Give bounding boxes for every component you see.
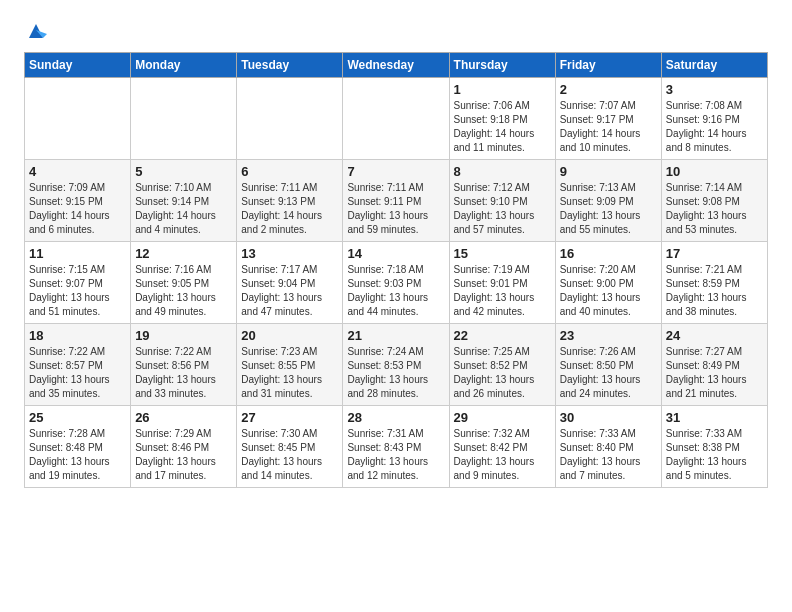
calendar-cell: 6Sunrise: 7:11 AM Sunset: 9:13 PM Daylig… xyxy=(237,160,343,242)
calendar-cell: 24Sunrise: 7:27 AM Sunset: 8:49 PM Dayli… xyxy=(661,324,767,406)
calendar-cell: 10Sunrise: 7:14 AM Sunset: 9:08 PM Dayli… xyxy=(661,160,767,242)
day-number: 8 xyxy=(454,164,551,179)
logo xyxy=(24,20,47,42)
weekday-header-thursday: Thursday xyxy=(449,53,555,78)
calendar-cell: 22Sunrise: 7:25 AM Sunset: 8:52 PM Dayli… xyxy=(449,324,555,406)
calendar-cell: 17Sunrise: 7:21 AM Sunset: 8:59 PM Dayli… xyxy=(661,242,767,324)
calendar-cell: 1Sunrise: 7:06 AM Sunset: 9:18 PM Daylig… xyxy=(449,78,555,160)
cell-content: Sunrise: 7:13 AM Sunset: 9:09 PM Dayligh… xyxy=(560,181,657,237)
day-number: 26 xyxy=(135,410,232,425)
day-number: 12 xyxy=(135,246,232,261)
day-number: 24 xyxy=(666,328,763,343)
cell-content: Sunrise: 7:07 AM Sunset: 9:17 PM Dayligh… xyxy=(560,99,657,155)
day-number: 28 xyxy=(347,410,444,425)
cell-content: Sunrise: 7:10 AM Sunset: 9:14 PM Dayligh… xyxy=(135,181,232,237)
calendar-cell: 7Sunrise: 7:11 AM Sunset: 9:11 PM Daylig… xyxy=(343,160,449,242)
day-number: 5 xyxy=(135,164,232,179)
cell-content: Sunrise: 7:12 AM Sunset: 9:10 PM Dayligh… xyxy=(454,181,551,237)
cell-content: Sunrise: 7:18 AM Sunset: 9:03 PM Dayligh… xyxy=(347,263,444,319)
day-number: 7 xyxy=(347,164,444,179)
day-number: 25 xyxy=(29,410,126,425)
calendar-cell: 11Sunrise: 7:15 AM Sunset: 9:07 PM Dayli… xyxy=(25,242,131,324)
day-number: 10 xyxy=(666,164,763,179)
cell-content: Sunrise: 7:11 AM Sunset: 9:11 PM Dayligh… xyxy=(347,181,444,237)
cell-content: Sunrise: 7:22 AM Sunset: 8:57 PM Dayligh… xyxy=(29,345,126,401)
cell-content: Sunrise: 7:26 AM Sunset: 8:50 PM Dayligh… xyxy=(560,345,657,401)
day-number: 18 xyxy=(29,328,126,343)
cell-content: Sunrise: 7:15 AM Sunset: 9:07 PM Dayligh… xyxy=(29,263,126,319)
cell-content: Sunrise: 7:19 AM Sunset: 9:01 PM Dayligh… xyxy=(454,263,551,319)
day-number: 17 xyxy=(666,246,763,261)
day-number: 4 xyxy=(29,164,126,179)
day-number: 1 xyxy=(454,82,551,97)
calendar-cell: 29Sunrise: 7:32 AM Sunset: 8:42 PM Dayli… xyxy=(449,406,555,488)
day-number: 19 xyxy=(135,328,232,343)
calendar-cell: 28Sunrise: 7:31 AM Sunset: 8:43 PM Dayli… xyxy=(343,406,449,488)
day-number: 30 xyxy=(560,410,657,425)
cell-content: Sunrise: 7:30 AM Sunset: 8:45 PM Dayligh… xyxy=(241,427,338,483)
cell-content: Sunrise: 7:24 AM Sunset: 8:53 PM Dayligh… xyxy=(347,345,444,401)
calendar-cell: 25Sunrise: 7:28 AM Sunset: 8:48 PM Dayli… xyxy=(25,406,131,488)
cell-content: Sunrise: 7:32 AM Sunset: 8:42 PM Dayligh… xyxy=(454,427,551,483)
calendar-cell: 3Sunrise: 7:08 AM Sunset: 9:16 PM Daylig… xyxy=(661,78,767,160)
day-number: 11 xyxy=(29,246,126,261)
cell-content: Sunrise: 7:17 AM Sunset: 9:04 PM Dayligh… xyxy=(241,263,338,319)
calendar-cell: 9Sunrise: 7:13 AM Sunset: 9:09 PM Daylig… xyxy=(555,160,661,242)
cell-content: Sunrise: 7:31 AM Sunset: 8:43 PM Dayligh… xyxy=(347,427,444,483)
calendar-cell: 27Sunrise: 7:30 AM Sunset: 8:45 PM Dayli… xyxy=(237,406,343,488)
cell-content: Sunrise: 7:16 AM Sunset: 9:05 PM Dayligh… xyxy=(135,263,232,319)
cell-content: Sunrise: 7:21 AM Sunset: 8:59 PM Dayligh… xyxy=(666,263,763,319)
cell-content: Sunrise: 7:27 AM Sunset: 8:49 PM Dayligh… xyxy=(666,345,763,401)
calendar-cell: 31Sunrise: 7:33 AM Sunset: 8:38 PM Dayli… xyxy=(661,406,767,488)
calendar-cell xyxy=(343,78,449,160)
cell-content: Sunrise: 7:22 AM Sunset: 8:56 PM Dayligh… xyxy=(135,345,232,401)
day-number: 20 xyxy=(241,328,338,343)
page-header xyxy=(24,20,768,42)
weekday-header-friday: Friday xyxy=(555,53,661,78)
calendar-cell: 14Sunrise: 7:18 AM Sunset: 9:03 PM Dayli… xyxy=(343,242,449,324)
cell-content: Sunrise: 7:11 AM Sunset: 9:13 PM Dayligh… xyxy=(241,181,338,237)
day-number: 2 xyxy=(560,82,657,97)
day-number: 6 xyxy=(241,164,338,179)
calendar-cell: 2Sunrise: 7:07 AM Sunset: 9:17 PM Daylig… xyxy=(555,78,661,160)
cell-content: Sunrise: 7:20 AM Sunset: 9:00 PM Dayligh… xyxy=(560,263,657,319)
day-number: 13 xyxy=(241,246,338,261)
calendar-table: SundayMondayTuesdayWednesdayThursdayFrid… xyxy=(24,52,768,488)
day-number: 9 xyxy=(560,164,657,179)
calendar-cell: 8Sunrise: 7:12 AM Sunset: 9:10 PM Daylig… xyxy=(449,160,555,242)
calendar-cell: 12Sunrise: 7:16 AM Sunset: 9:05 PM Dayli… xyxy=(131,242,237,324)
cell-content: Sunrise: 7:29 AM Sunset: 8:46 PM Dayligh… xyxy=(135,427,232,483)
day-number: 27 xyxy=(241,410,338,425)
weekday-header-monday: Monday xyxy=(131,53,237,78)
calendar-cell: 23Sunrise: 7:26 AM Sunset: 8:50 PM Dayli… xyxy=(555,324,661,406)
cell-content: Sunrise: 7:25 AM Sunset: 8:52 PM Dayligh… xyxy=(454,345,551,401)
calendar-cell xyxy=(131,78,237,160)
calendar-cell xyxy=(25,78,131,160)
svg-marker-0 xyxy=(29,24,43,38)
cell-content: Sunrise: 7:33 AM Sunset: 8:40 PM Dayligh… xyxy=(560,427,657,483)
day-number: 21 xyxy=(347,328,444,343)
calendar-cell: 20Sunrise: 7:23 AM Sunset: 8:55 PM Dayli… xyxy=(237,324,343,406)
day-number: 14 xyxy=(347,246,444,261)
day-number: 31 xyxy=(666,410,763,425)
day-number: 22 xyxy=(454,328,551,343)
calendar-cell: 21Sunrise: 7:24 AM Sunset: 8:53 PM Dayli… xyxy=(343,324,449,406)
calendar-cell: 15Sunrise: 7:19 AM Sunset: 9:01 PM Dayli… xyxy=(449,242,555,324)
cell-content: Sunrise: 7:23 AM Sunset: 8:55 PM Dayligh… xyxy=(241,345,338,401)
weekday-header-wednesday: Wednesday xyxy=(343,53,449,78)
calendar-cell xyxy=(237,78,343,160)
calendar-cell: 4Sunrise: 7:09 AM Sunset: 9:15 PM Daylig… xyxy=(25,160,131,242)
logo-text xyxy=(24,20,47,42)
cell-content: Sunrise: 7:28 AM Sunset: 8:48 PM Dayligh… xyxy=(29,427,126,483)
calendar-cell: 5Sunrise: 7:10 AM Sunset: 9:14 PM Daylig… xyxy=(131,160,237,242)
calendar-cell: 26Sunrise: 7:29 AM Sunset: 8:46 PM Dayli… xyxy=(131,406,237,488)
cell-content: Sunrise: 7:33 AM Sunset: 8:38 PM Dayligh… xyxy=(666,427,763,483)
cell-content: Sunrise: 7:09 AM Sunset: 9:15 PM Dayligh… xyxy=(29,181,126,237)
calendar-cell: 19Sunrise: 7:22 AM Sunset: 8:56 PM Dayli… xyxy=(131,324,237,406)
cell-content: Sunrise: 7:08 AM Sunset: 9:16 PM Dayligh… xyxy=(666,99,763,155)
day-number: 15 xyxy=(454,246,551,261)
day-number: 23 xyxy=(560,328,657,343)
day-number: 3 xyxy=(666,82,763,97)
cell-content: Sunrise: 7:06 AM Sunset: 9:18 PM Dayligh… xyxy=(454,99,551,155)
weekday-header-saturday: Saturday xyxy=(661,53,767,78)
